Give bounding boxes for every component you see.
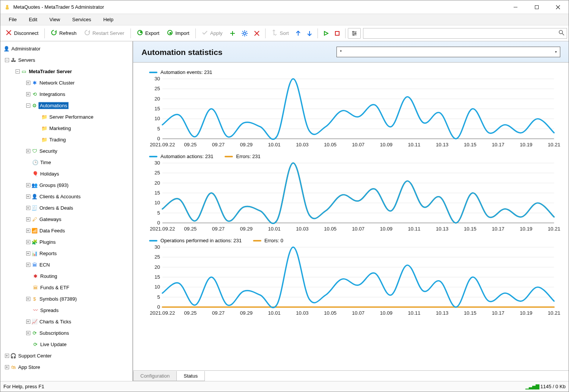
expand-icon[interactable]: + (25, 149, 31, 153)
tree-time[interactable]: 🕒Time (0, 157, 132, 168)
tree-label: Clients & Accounts (38, 193, 82, 200)
add-button[interactable] (226, 28, 239, 38)
close-button[interactable] (547, 0, 569, 14)
svg-text:10.11: 10.11 (408, 310, 420, 316)
content-header: Automation statistics * ▾ (133, 41, 569, 63)
tree-groups[interactable]: +👥Groups (693) (0, 179, 132, 191)
menu-edit[interactable]: Edit (23, 15, 43, 24)
expand-icon[interactable]: + (25, 240, 31, 244)
move-down-button[interactable] (304, 29, 315, 38)
tree-datafeeds[interactable]: +📶Data Feeds (0, 225, 132, 236)
expand-icon[interactable]: + (4, 353, 9, 358)
tree-server-performance[interactable]: 📁Server Performance (0, 111, 132, 122)
navigation-tree[interactable]: 👤Administrator −🖧Servers −▭MetaTrader Se… (0, 41, 133, 381)
tab-configuration[interactable]: Configuration (133, 371, 177, 381)
filter-settings-button[interactable] (348, 28, 361, 39)
search-input[interactable] (363, 28, 558, 38)
expand-icon[interactable]: + (4, 365, 9, 369)
legend-label: Automation actions: 231 (160, 154, 213, 159)
expand-icon[interactable]: + (25, 92, 31, 96)
refresh-label: Refresh (59, 30, 77, 36)
menu-view[interactable]: View (43, 15, 66, 24)
routing-icon: ✱ (31, 273, 39, 279)
svg-line-18 (246, 35, 247, 36)
collapse-icon[interactable]: − (25, 103, 31, 108)
toolbar: Disconnect Refresh Restart Server Export… (0, 25, 569, 41)
expand-icon[interactable]: + (25, 251, 31, 256)
tree-servers[interactable]: −🖧Servers (0, 54, 132, 66)
disconnect-button[interactable]: Disconnect (2, 28, 42, 39)
tree-holidays[interactable]: 🎈Holidays (0, 168, 132, 179)
stop-button[interactable] (332, 29, 343, 38)
expand-icon[interactable]: + (25, 331, 31, 335)
tree-ecn[interactable]: +🏛ECN (0, 259, 132, 270)
export-button[interactable]: Export (133, 28, 163, 39)
app-icon (4, 4, 10, 10)
tab-status[interactable]: Status (176, 371, 205, 381)
tree-label: Spreads (39, 307, 60, 314)
menu-help[interactable]: Help (97, 15, 119, 24)
expand-icon[interactable]: + (25, 262, 31, 267)
move-up-button[interactable] (292, 29, 304, 38)
tree-reports[interactable]: +📊Reports (0, 248, 132, 259)
tree-clients[interactable]: +👤Clients & Accounts (0, 191, 132, 202)
status-bar: For Help, press F1 ▁▃▅▇ 1145 / 0 Kb (0, 381, 569, 392)
run-button[interactable] (320, 29, 332, 38)
expand-icon[interactable]: + (25, 194, 31, 199)
reports-icon: 📊 (31, 251, 38, 256)
tree-liveupdate[interactable]: ⟳Live Update (0, 339, 132, 350)
expand-icon[interactable]: + (25, 319, 31, 324)
search-box[interactable] (363, 28, 567, 39)
clock-icon: 🕒 (31, 160, 39, 165)
tree-label: Automations (38, 102, 69, 109)
tree-security[interactable]: +🛡Security (0, 145, 132, 157)
expand-icon[interactable]: + (25, 296, 31, 301)
tree-subscriptions[interactable]: +⟳Subscriptions (0, 327, 132, 339)
tree-symbols[interactable]: +$Symbols (87389) (0, 293, 132, 304)
tree-appstore[interactable]: +🛍App Store (0, 361, 132, 373)
disconnect-icon (6, 30, 12, 37)
tree-metatrader-server[interactable]: −▭MetaTrader Server (0, 66, 132, 77)
tree-marketing[interactable]: 📁Marketing (0, 122, 132, 134)
tree-network-cluster[interactable]: +✱Network Cluster (0, 77, 132, 88)
tree-label: App Store (17, 364, 41, 370)
menu-file[interactable]: File (3, 15, 23, 24)
settings-button[interactable] (239, 28, 251, 38)
tree-plugins[interactable]: +🧩Plugins (0, 236, 132, 248)
maximize-button[interactable] (526, 0, 547, 14)
svg-text:30: 30 (154, 161, 160, 166)
refresh-button[interactable]: Refresh (47, 28, 80, 39)
svg-text:09.25: 09.25 (184, 142, 196, 147)
tree-trading[interactable]: 📁Trading (0, 134, 132, 145)
menu-services[interactable]: Services (66, 15, 97, 24)
chart-block: Operations performed in actions: 231Erro… (143, 238, 562, 318)
tree-label: ECN (38, 262, 51, 268)
tree-orders[interactable]: +🧾Orders & Deals (0, 202, 132, 213)
filter-dropdown[interactable]: * ▾ (336, 47, 560, 57)
import-button[interactable]: Import (163, 28, 193, 39)
collapse-icon[interactable]: − (4, 58, 9, 62)
tree-label: Servers (17, 57, 36, 63)
expand-icon[interactable]: + (25, 228, 31, 233)
tree-funds[interactable]: 🏛Funds & ETF (0, 282, 132, 293)
expand-icon[interactable]: + (25, 80, 31, 85)
minimize-button[interactable] (505, 0, 526, 14)
tree-gateways[interactable]: +🖊Gateways (0, 213, 132, 225)
expand-icon[interactable]: + (25, 183, 31, 187)
delete-button[interactable] (251, 28, 263, 38)
tree-administrator[interactable]: 👤Administrator (0, 43, 132, 54)
tree-automations[interactable]: −⚙Automations (0, 100, 132, 111)
expand-icon[interactable]: + (25, 205, 31, 210)
tree-integrations[interactable]: +⟲Integrations (0, 88, 132, 100)
tree-routing[interactable]: ✱Routing (0, 270, 132, 282)
gateway-icon: 🖊 (31, 216, 38, 222)
export-label: Export (145, 30, 160, 36)
tree-support[interactable]: +🎧Support Center (0, 350, 132, 361)
ecn-icon: 🏛 (31, 262, 38, 268)
tree-spreads[interactable]: 〰Spreads (0, 304, 132, 316)
tree-charts[interactable]: +📈Charts & Ticks (0, 316, 132, 327)
collapse-icon[interactable]: − (15, 69, 20, 74)
svg-text:10.07: 10.07 (352, 310, 365, 316)
funds-icon: 🏛 (31, 285, 39, 290)
expand-icon[interactable]: + (25, 217, 31, 221)
